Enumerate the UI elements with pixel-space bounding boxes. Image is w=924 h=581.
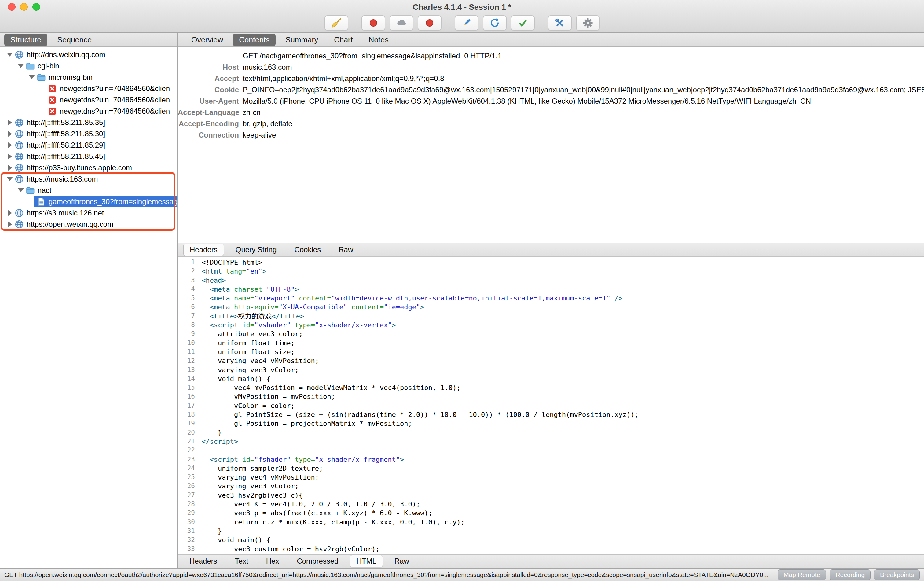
tab-chart[interactable]: Chart bbox=[328, 34, 359, 46]
code-line: 20 } bbox=[178, 428, 924, 437]
header-name: Host bbox=[178, 63, 243, 71]
tree-item[interactable]: nact bbox=[0, 185, 177, 196]
disclosure-collapsed-icon[interactable] bbox=[8, 165, 12, 171]
globe-icon bbox=[15, 220, 24, 229]
tab-summary[interactable]: Summary bbox=[279, 34, 324, 46]
tab-html[interactable]: HTML bbox=[350, 555, 383, 567]
tab-headers[interactable]: Headers bbox=[183, 555, 223, 567]
request-tabs: HeadersQuery StringCookiesRaw bbox=[178, 243, 924, 257]
header-name: Cookie bbox=[178, 86, 243, 94]
code-line: 27 vec3 hsv2rgb(vec3 c){ bbox=[178, 491, 924, 500]
tab-raw[interactable]: Raw bbox=[332, 244, 359, 256]
code-line: 23 <script id="fshader" type="x-shader/x… bbox=[178, 455, 924, 464]
tab-contents[interactable]: Contents bbox=[233, 34, 276, 46]
code-line: 6 <meta http-equiv="X-UA-Compatible" con… bbox=[178, 302, 924, 312]
tree-item[interactable]: http://[::ffff:58.211.85.35] bbox=[0, 117, 177, 128]
disclosure-expanded-icon[interactable] bbox=[29, 75, 35, 79]
line-number: 32 bbox=[178, 535, 198, 544]
disclosure-expanded-icon[interactable] bbox=[7, 177, 13, 181]
tab-raw[interactable]: Raw bbox=[388, 555, 415, 567]
tab-query-string[interactable]: Query String bbox=[229, 244, 283, 256]
code-line: 10 uniform float time; bbox=[178, 338, 924, 348]
pencil-icon bbox=[461, 17, 472, 29]
code-line: 15 vec4 mvPosition = modelViewMatrix * v… bbox=[178, 383, 924, 392]
line-number: 20 bbox=[178, 428, 198, 437]
tree-item[interactable]: https://s3.music.126.net bbox=[0, 207, 177, 218]
tab-hex[interactable]: Hex bbox=[260, 555, 285, 567]
code-line: 11 uniform float size; bbox=[178, 348, 924, 357]
tab-sequence[interactable]: Sequence bbox=[51, 34, 98, 46]
folder-icon bbox=[26, 186, 35, 195]
clear-session-button[interactable] bbox=[325, 15, 348, 31]
tree-item[interactable]: newgetdns?uin=704864560&clien bbox=[0, 94, 177, 106]
breakpoints-button[interactable] bbox=[418, 15, 442, 31]
tree-item[interactable]: https://music.163.com bbox=[0, 173, 177, 185]
header-value: text/html,application/xhtml+xml,applicat… bbox=[243, 74, 924, 83]
tab-compressed[interactable]: Compressed bbox=[290, 555, 344, 567]
header-row: Accepttext/html,application/xhtml+xml,ap… bbox=[178, 73, 924, 84]
line-number: 8 bbox=[178, 320, 198, 330]
tree-item[interactable]: newgetdns?uin=704864560&clien bbox=[0, 106, 177, 117]
tree-item[interactable]: micromsg-bin bbox=[0, 71, 177, 83]
record-button[interactable] bbox=[361, 15, 385, 31]
charles-window: Charles 4.1.4 - Session 1 * bbox=[0, 0, 924, 581]
disclosure-collapsed-icon[interactable] bbox=[8, 154, 12, 160]
tree-item[interactable]: http://dns.weixin.qq.com bbox=[0, 49, 177, 60]
settings-button[interactable] bbox=[576, 15, 600, 31]
compose-button[interactable] bbox=[455, 15, 478, 31]
code-line: 28 vec4 K = vec4(1.0, 2.0 / 3.0, 1.0 / 3… bbox=[178, 500, 924, 508]
line-number: 3 bbox=[178, 276, 198, 285]
tree-item[interactable]: https://p33-buy.itunes.apple.com bbox=[0, 162, 177, 173]
zoom-button[interactable] bbox=[32, 3, 40, 11]
status-url: GET https://open.weixin.qq.com/connect/o… bbox=[4, 571, 774, 579]
globe-icon bbox=[15, 208, 24, 218]
tree-item[interactable]: https://open.weixin.qq.com bbox=[0, 218, 177, 230]
tree-item[interactable]: http://[::ffff:58.211.85.29] bbox=[0, 139, 177, 151]
breakpoints-button[interactable]: Breakpoints bbox=[874, 569, 920, 580]
globe-icon bbox=[15, 163, 24, 172]
traffic-lights bbox=[8, 3, 40, 11]
disclosure-collapsed-icon[interactable] bbox=[8, 210, 12, 216]
tab-structure[interactable]: Structure bbox=[4, 34, 47, 46]
disclosure-expanded-icon[interactable] bbox=[7, 53, 13, 56]
tree-item-label: http://[::ffff:58.211.85.29] bbox=[26, 141, 105, 149]
map-remote-button[interactable]: Map Remote bbox=[778, 569, 826, 580]
tab-headers[interactable]: Headers bbox=[183, 244, 224, 256]
line-number: 24 bbox=[178, 464, 198, 473]
tab-cookies[interactable]: Cookies bbox=[288, 244, 327, 256]
disclosure-expanded-icon[interactable] bbox=[18, 64, 24, 68]
line-number: 2 bbox=[178, 267, 198, 276]
tree-item[interactable]: cgi-bin bbox=[0, 60, 177, 71]
tree-item[interactable]: newgetdns?uin=704864560&clien bbox=[0, 83, 177, 94]
titlebar[interactable]: Charles 4.1.4 - Session 1 * bbox=[0, 0, 924, 13]
disclosure-expanded-icon[interactable] bbox=[18, 188, 24, 192]
header-name: Accept bbox=[178, 74, 243, 83]
recording-button[interactable]: Recording bbox=[830, 569, 871, 580]
tree-item-label: https://open.weixin.qq.com bbox=[26, 220, 113, 229]
disclosure-collapsed-icon[interactable] bbox=[8, 119, 12, 125]
tree-item[interactable]: http://[::ffff:58.211.85.45] bbox=[0, 151, 177, 162]
globe-icon bbox=[15, 118, 24, 127]
broom-icon bbox=[331, 17, 342, 29]
tab-notes[interactable]: Notes bbox=[362, 34, 394, 46]
close-button[interactable] bbox=[8, 3, 16, 11]
line-number: 14 bbox=[178, 375, 198, 383]
header-name: Accept-Encoding bbox=[178, 119, 243, 128]
tab-overview[interactable]: Overview bbox=[185, 34, 229, 46]
throttle-button[interactable] bbox=[389, 15, 413, 31]
validate-button[interactable] bbox=[511, 15, 535, 31]
minimize-button[interactable] bbox=[20, 3, 28, 11]
header-row: Accept-Languagezh-cn bbox=[178, 107, 924, 118]
tab-text[interactable]: Text bbox=[229, 555, 254, 567]
tree-item[interactable]: gameofthrones_30?from=singlemessag bbox=[0, 196, 177, 207]
repeat-button[interactable] bbox=[483, 15, 507, 31]
tree-item[interactable]: http://[::ffff:58.211.85.30] bbox=[0, 128, 177, 139]
code-line: 22 bbox=[178, 446, 924, 455]
tools-button[interactable] bbox=[548, 15, 572, 31]
disclosure-collapsed-icon[interactable] bbox=[8, 142, 12, 148]
checkmark-icon bbox=[517, 17, 529, 29]
disclosure-collapsed-icon[interactable] bbox=[8, 221, 12, 228]
doc-icon bbox=[37, 197, 46, 206]
disclosure-collapsed-icon[interactable] bbox=[8, 131, 12, 137]
cloud-icon bbox=[396, 17, 407, 29]
